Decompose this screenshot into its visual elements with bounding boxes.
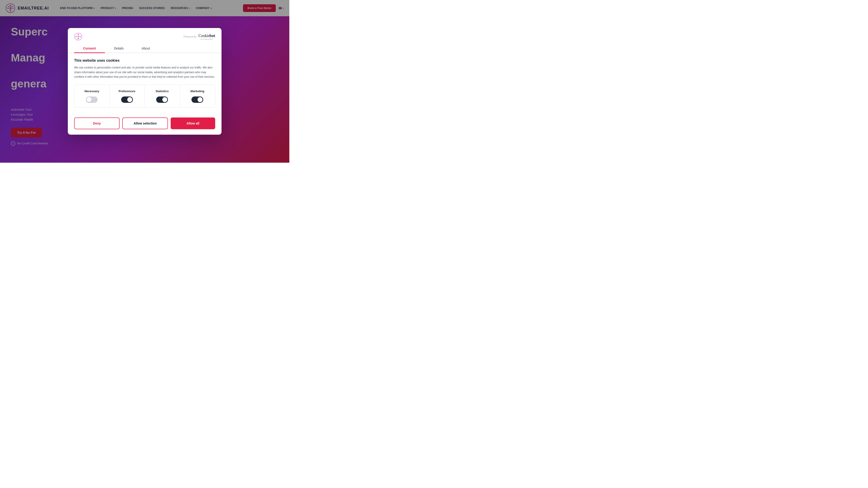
toggle-preferences[interactable]	[121, 96, 133, 103]
cookiebot-sub: by Usercentrics	[198, 38, 215, 40]
powered-by: Powered by Cookiebot by Usercentrics	[184, 33, 215, 40]
svg-point-15	[78, 38, 79, 39]
toggle-cell-preferences: Preferences	[110, 85, 145, 107]
toggle-cell-necessary: Necessary	[74, 85, 110, 107]
svg-point-16	[75, 36, 76, 37]
modal-logo-icon	[74, 33, 82, 41]
toggle-marketing[interactable]	[191, 96, 203, 103]
svg-point-14	[78, 34, 79, 35]
modal-overlay[interactable]: Powered by Cookiebot by Usercentrics Con…	[0, 0, 289, 163]
toggle-knob	[87, 97, 92, 102]
cookie-consent-modal: Powered by Cookiebot by Usercentrics Con…	[68, 28, 221, 134]
allow-all-button[interactable]: Allow all	[170, 118, 215, 129]
allow-selection-button[interactable]: Allow selection	[122, 118, 168, 129]
toggle-knob	[197, 97, 203, 102]
toggle-statistics[interactable]	[156, 96, 168, 103]
cookiebot-logo: Cookiebot	[198, 33, 215, 38]
tab-consent[interactable]: Consent	[74, 44, 105, 53]
toggle-label-marketing: Marketing	[191, 90, 204, 93]
deny-button[interactable]: Deny	[74, 118, 120, 129]
tab-details[interactable]: Details	[105, 44, 133, 53]
toggle-knob	[162, 97, 167, 102]
svg-point-17	[80, 36, 81, 37]
tab-about[interactable]: About	[133, 44, 159, 53]
toggle-cell-marketing: Marketing	[180, 85, 215, 107]
modal-tabs: Consent Details About	[68, 44, 221, 53]
toggle-knob	[127, 97, 132, 102]
modal-body: This website uses cookies We use cookies…	[68, 53, 221, 117]
modal-title: This website uses cookies	[74, 59, 215, 63]
toggle-cell-statistics: Statistics	[145, 85, 180, 107]
modal-description: We use cookies to personalize content an…	[74, 65, 215, 79]
toggle-label-preferences: Preferences	[119, 90, 135, 93]
cookiebot-brand: Cookiebot by Usercentrics	[198, 33, 215, 40]
powered-by-label: Powered by	[184, 35, 197, 38]
modal-footer: Deny Allow selection Allow all	[68, 118, 221, 135]
toggle-label-necessary: Necessary	[85, 90, 99, 93]
cookie-toggles: Necessary Preferences Statistics	[74, 85, 215, 107]
modal-header: Powered by Cookiebot by Usercentrics	[68, 28, 221, 41]
toggle-necessary[interactable]	[86, 96, 98, 103]
toggle-label-statistics: Statistics	[156, 90, 168, 93]
